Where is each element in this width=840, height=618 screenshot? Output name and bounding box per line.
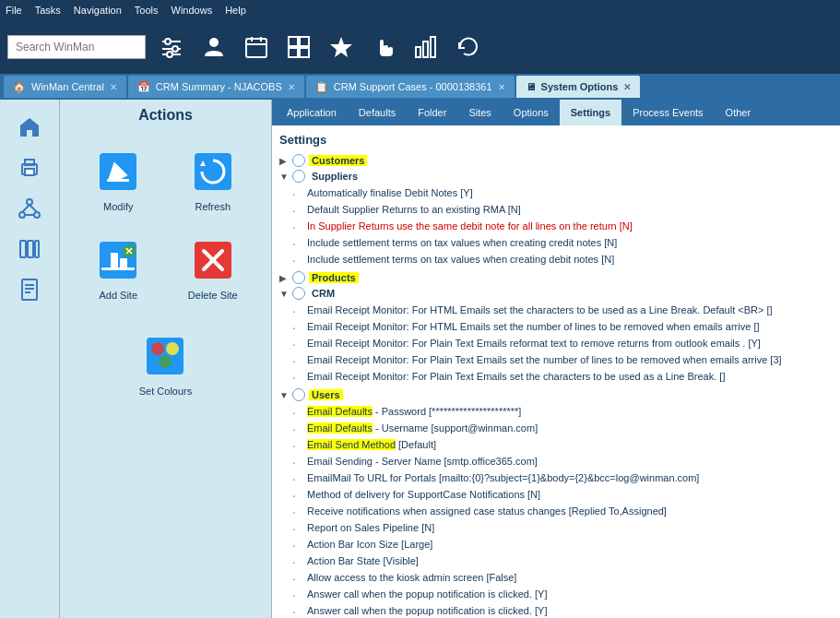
tab-process-events[interactable]: Process Events	[621, 100, 714, 125]
list-item[interactable]: · Include settlement terms on tax values…	[292, 235, 833, 252]
search-input[interactable]	[7, 35, 146, 59]
sliders-icon[interactable]	[155, 30, 188, 64]
bullet-icon: ·	[292, 203, 307, 218]
item-text: Action Bar State [Visible]	[307, 554, 419, 567]
tab-winman-central-close[interactable]: ✕	[110, 82, 117, 92]
list-item[interactable]: · Answer call when the popup notificatio…	[292, 603, 833, 618]
history-icon[interactable]	[452, 30, 485, 64]
set-colours-label: Set Colours	[139, 386, 192, 397]
settings-content: Settings ▶ Customers ▼ Suppliers	[272, 125, 840, 618]
list-item[interactable]: · In Supplier Returns use the same debit…	[292, 219, 833, 235]
suppliers-label[interactable]: Suppliers	[309, 171, 361, 182]
modify-button[interactable]: Modify	[75, 138, 162, 220]
list-item[interactable]: · Email Sending - Server Name [smtp.offi…	[292, 454, 833, 470]
delete-site-button[interactable]: Delete Site	[170, 227, 257, 308]
set-colours-button[interactable]: Set Colours	[136, 323, 195, 404]
customers-label[interactable]: Customers	[309, 155, 367, 166]
list-item[interactable]: · Email Receipt Monitor: For HTML Emails…	[292, 303, 833, 319]
refresh-button[interactable]: Refresh	[170, 138, 257, 220]
bullet-icon: ·	[292, 554, 307, 569]
bullet-icon: ·	[292, 353, 307, 368]
list-item[interactable]: · Email Send Method [Default]	[292, 437, 833, 454]
item-text: Email Defaults - Password [*************…	[307, 405, 521, 418]
products-label[interactable]: Products	[309, 272, 359, 283]
list-item[interactable]: · Email Defaults - Password [***********…	[292, 404, 833, 421]
tab-other[interactable]: Other	[715, 100, 763, 125]
list-item[interactable]: · Email Defaults - Username [support@win…	[292, 421, 833, 437]
list-item[interactable]: · Email Receipt Monitor: For Plain Text …	[292, 352, 833, 369]
chart-icon[interactable]	[409, 30, 443, 64]
list-item[interactable]: · Include settlement terms on tax values…	[292, 252, 833, 268]
list-item[interactable]: · Allow access to the kiosk admin screen…	[292, 570, 833, 587]
menu-tools[interactable]: Tools	[135, 5, 159, 16]
settings-title: Settings	[279, 131, 833, 149]
item-text: Include settlement terms on tax values w…	[307, 236, 617, 249]
menu-windows[interactable]: Windows	[172, 5, 213, 16]
calendar-icon[interactable]	[240, 30, 273, 64]
svg-point-54	[166, 342, 179, 355]
grid-icon[interactable]	[282, 30, 315, 64]
svg-point-6	[209, 38, 219, 47]
item-text: EmailMail To URL for Portals [mailto:{0}…	[307, 471, 699, 484]
tab-bar: 🏠 WinMan Central ✕ 📅 CRM Summary - NJACO…	[0, 74, 840, 100]
menu-help[interactable]: Help	[225, 5, 246, 16]
tab-application[interactable]: Application	[276, 100, 348, 125]
item-text: Email Defaults - Username [support@winma…	[307, 422, 538, 434]
sidebar-home-icon[interactable]	[15, 113, 44, 142]
list-item[interactable]: · Answer call when the popup notificatio…	[292, 587, 833, 603]
tab-system-options-close[interactable]: ✕	[623, 82, 631, 92]
item-text: Email Receipt Monitor: For Plain Text Em…	[307, 353, 782, 366]
tab-settings[interactable]: Settings	[560, 100, 621, 125]
list-item[interactable]: · Email Receipt Monitor: For Plain Text …	[292, 336, 833, 352]
tab-folder[interactable]: Folder	[407, 100, 457, 125]
tab-crm-summary[interactable]: 📅 CRM Summary - NJACOBS ✕	[128, 76, 304, 98]
list-item[interactable]: · Receive notifications when assigned ca…	[292, 504, 833, 520]
tab-crm-summary-close[interactable]: ✕	[288, 82, 295, 92]
item-text: Email Receipt Monitor: For HTML Emails s…	[307, 320, 760, 333]
tab-system-options[interactable]: 🖥 System Options ✕	[516, 76, 641, 98]
add-site-button[interactable]: Add Site	[75, 227, 162, 308]
tab-defaults[interactable]: Defaults	[348, 100, 407, 125]
sidebar-network-icon[interactable]	[15, 194, 44, 223]
crm-expand-icon[interactable]: ▼	[279, 289, 290, 299]
sidebar-print-icon[interactable]	[15, 153, 44, 183]
list-item[interactable]: · Action Bar State [Visible]	[292, 553, 833, 570]
svg-rect-12	[300, 37, 309, 46]
crm-label[interactable]: CRM	[309, 288, 337, 299]
list-item[interactable]: · Automatically finalise Debit Notes [Y]	[292, 185, 833, 202]
favorites-icon[interactable]	[325, 30, 358, 64]
sidebar-document-icon[interactable]	[15, 275, 44, 304]
svg-line-26	[30, 205, 37, 212]
user-icon[interactable]	[197, 30, 231, 64]
tab-winman-central[interactable]: 🏠 WinMan Central ✕	[4, 76, 126, 98]
suppliers-expand-icon[interactable]: ▼	[279, 172, 290, 182]
list-item[interactable]: · Email Receipt Monitor: For Plain Text …	[292, 369, 833, 386]
menu-file[interactable]: File	[6, 5, 22, 16]
sidebar-library-icon[interactable]	[15, 234, 44, 264]
bullet-icon: ·	[292, 186, 307, 201]
list-item[interactable]: · Report on Sales Pipeline [N]	[292, 520, 833, 537]
svg-rect-37	[195, 153, 231, 190]
users-expand-icon[interactable]: ▼	[279, 390, 290, 400]
list-item[interactable]: · EmailMail To URL for Portals [mailto:{…	[292, 470, 833, 487]
svg-rect-29	[28, 241, 33, 257]
customers-expand-icon[interactable]: ▶	[279, 156, 290, 166]
section-crm: ▼ CRM · Email Receipt Monitor: For HTML …	[279, 287, 833, 386]
hand-icon[interactable]	[367, 30, 400, 64]
svg-point-53	[151, 342, 164, 355]
users-label[interactable]: Users	[309, 389, 343, 400]
tab-sites[interactable]: Sites	[457, 100, 502, 125]
tab-crm-support[interactable]: 📋 CRM Support Cases - 0000138361 ✕	[306, 76, 515, 98]
svg-point-23	[19, 212, 25, 218]
item-text: Email Sending - Server Name [smtp.office…	[307, 455, 538, 468]
list-item[interactable]: · Email Receipt Monitor: For HTML Emails…	[292, 319, 833, 336]
menu-navigation[interactable]: Navigation	[74, 5, 122, 16]
products-expand-icon[interactable]: ▶	[279, 273, 290, 283]
menu-tasks[interactable]: Tasks	[35, 5, 61, 16]
svg-marker-15	[330, 37, 352, 57]
list-item[interactable]: · Default Supplier Returns to an existin…	[292, 202, 833, 219]
list-item[interactable]: · Method of delivery for SupportCase Not…	[292, 487, 833, 504]
tab-options[interactable]: Options	[503, 100, 560, 125]
tab-crm-support-close[interactable]: ✕	[498, 82, 505, 92]
list-item[interactable]: · Action Bar Icon Size [Large]	[292, 537, 833, 553]
